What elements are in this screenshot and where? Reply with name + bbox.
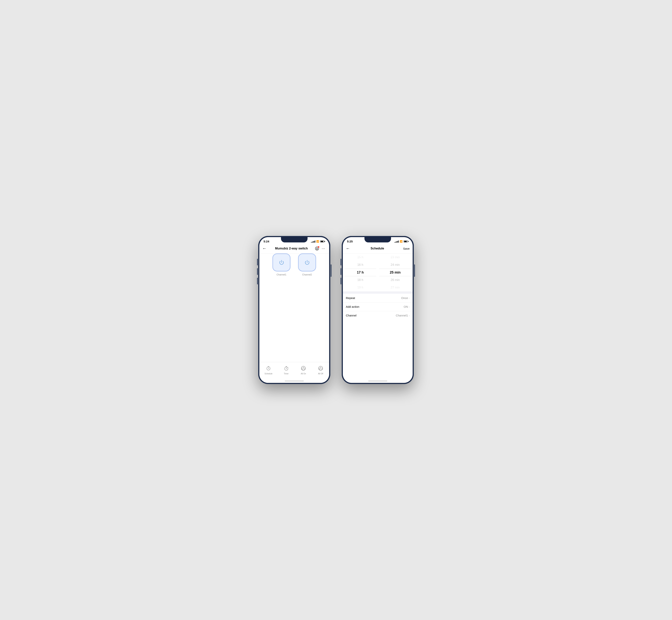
add-action-label: Add action [346, 305, 359, 308]
signal-icon-2 [394, 240, 399, 243]
nav-title-2: Schedule [351, 247, 403, 250]
min-26[interactable]: 26 min [378, 276, 413, 284]
back-button-1[interactable]: ← [262, 245, 268, 252]
hour-15[interactable]: 15 h [343, 253, 378, 261]
timer-icon [283, 365, 290, 372]
nav-bar-1: ← Mumubiz 2-way switch ··· [259, 244, 329, 253]
status-icons-1: 📶 [311, 240, 325, 243]
channel-2-label: Channel2 [302, 273, 312, 276]
min-24[interactable]: 24 min [378, 261, 413, 269]
tab-schedule[interactable]: Schedule [265, 365, 272, 375]
battery-icon-1 [320, 240, 325, 243]
tab-bar: Schedule Timer [259, 362, 329, 383]
schedule-content: 15 h 16 h 17 h 18 h 19 h 23 min 24 min 2… [343, 253, 413, 320]
add-action-item[interactable]: Add action ON › [343, 302, 413, 311]
tab-timer-label: Timer [284, 373, 289, 375]
svg-text:ON: ON [302, 368, 304, 370]
channel-1-item: Channel1 [272, 253, 290, 276]
home-indicator-2 [368, 380, 387, 381]
channel-1-button[interactable] [272, 253, 290, 271]
hours-column[interactable]: 15 h 16 h 17 h 18 h 19 h [343, 253, 378, 292]
time-display-2: 5:25 [347, 240, 353, 243]
channel-1-label: Channel1 [277, 273, 286, 276]
status-icons-2: 📶 [394, 240, 408, 243]
hour-16[interactable]: 16 h [343, 261, 378, 269]
tab-all-off[interactable]: OFF All Off [317, 365, 324, 375]
schedule-settings-list: Repeat Once › Add action ON › Chan [343, 294, 413, 320]
schedule-icon [265, 365, 272, 372]
phone-2: 5:25 📶 ← Sch [342, 236, 414, 384]
back-button-2[interactable]: ← [346, 245, 351, 252]
mic-button[interactable] [315, 246, 319, 251]
battery-icon-2 [403, 240, 408, 243]
minutes-column[interactable]: 23 min 24 min 25 min 26 min 27 min [378, 253, 413, 292]
tab-schedule-label: Schedule [265, 373, 272, 375]
more-icon: ··· [322, 247, 325, 251]
channels-row: Channel1 Channel2 [272, 253, 316, 276]
channel-item[interactable]: Channel Channel1 › [343, 311, 413, 320]
phone-1: 5:24 📶 ← Mum [258, 236, 330, 384]
all-on-icon: ON [300, 365, 307, 372]
repeat-label: Repeat [346, 296, 355, 300]
power-icon-2 [303, 259, 311, 266]
min-23[interactable]: 23 min [378, 253, 413, 261]
mic-notification-dot [318, 246, 319, 248]
min-25[interactable]: 25 min [378, 269, 413, 276]
svg-text:OFF: OFF [319, 369, 321, 370]
power-icon-1 [278, 259, 285, 266]
repeat-value: Once › [401, 296, 410, 300]
wifi-icon-2: 📶 [400, 240, 403, 243]
channel-label: Channel [346, 314, 356, 317]
tab-all-on-label: All On [301, 373, 306, 375]
hour-19[interactable]: 19 h [343, 284, 378, 292]
notch-2 [365, 237, 391, 243]
repeat-chevron: › [409, 297, 410, 300]
signal-icon-1 [311, 240, 315, 243]
nav-bar-2: ← Schedule Save [343, 244, 413, 253]
svg-rect-1 [317, 248, 318, 249]
time-picker[interactable]: 15 h 16 h 17 h 18 h 19 h 23 min 24 min 2… [343, 253, 413, 292]
add-action-value: ON › [404, 305, 410, 308]
switch-content: Channel1 Channel2 [259, 253, 329, 299]
channel-2-button[interactable] [298, 253, 316, 271]
all-off-icon: OFF [317, 365, 324, 372]
hour-18[interactable]: 18 h [343, 276, 378, 284]
hour-17[interactable]: 17 h [343, 269, 378, 276]
repeat-item[interactable]: Repeat Once › [343, 294, 413, 302]
tab-all-on[interactable]: ON All On [300, 365, 307, 375]
channel-chevron: › [409, 314, 410, 317]
notch [281, 237, 307, 243]
save-button[interactable]: Save [403, 247, 410, 250]
time-display-1: 5:24 [264, 240, 269, 243]
nav-actions-1: ··· [315, 246, 326, 251]
channel-2-item: Channel2 [298, 253, 316, 276]
home-indicator-1 [285, 380, 304, 381]
wifi-icon-1: 📶 [316, 240, 319, 243]
add-action-chevron: › [409, 305, 410, 308]
tab-all-off-label: All Off [318, 373, 323, 375]
nav-title-1: Mumubiz 2-way switch [268, 247, 315, 250]
min-27[interactable]: 27 min [378, 284, 413, 292]
channel-value: Channel1 › [396, 314, 410, 317]
tab-timer[interactable]: Timer [283, 365, 290, 375]
more-button[interactable]: ··· [321, 246, 326, 251]
